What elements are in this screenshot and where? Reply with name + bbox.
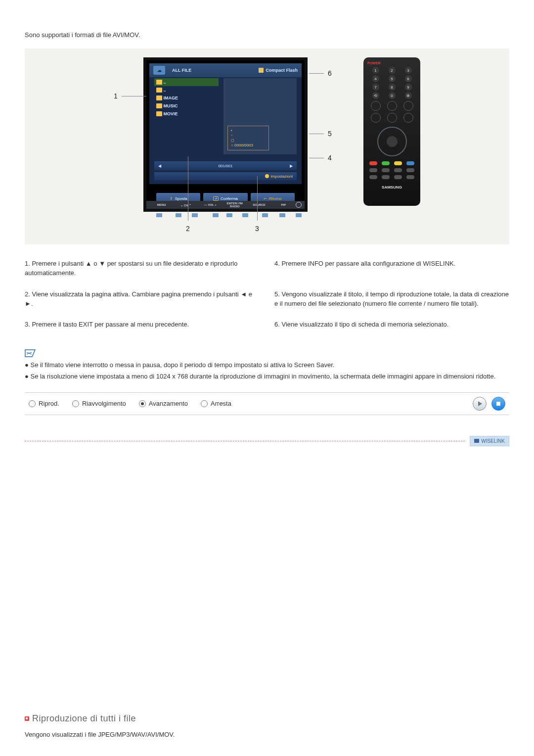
section-body: Vengono visualizzati i file JPEG/MP3/WAV… <box>25 731 509 738</box>
callout-5: 5 <box>309 130 332 138</box>
sidebar-row: MOVIE <box>154 110 219 118</box>
folder-icon <box>156 111 162 116</box>
base-source: SOURCE <box>247 203 271 206</box>
file-counter: 0000/0003 <box>234 143 253 147</box>
callout-tick <box>279 213 285 217</box>
base-menu: MENU <box>149 203 174 206</box>
section-title: Riproduzione di tutti i file <box>25 713 509 724</box>
note-1: ● Se il filmato viene interrotto o messa… <box>25 361 509 370</box>
radio-riavvolgimento[interactable]: Riavvolgimento <box>72 400 126 407</box>
callout-1: 1 <box>114 92 146 100</box>
callout-tick <box>192 213 198 217</box>
desc-1: 1. Premere i pulsanti ▲ o ▼ per spostars… <box>25 259 260 278</box>
radio-riprod[interactable]: Riprod. <box>29 400 59 407</box>
btn-label: Conferma <box>221 196 238 201</box>
wiselink-label: WISELINK <box>481 438 505 444</box>
info-icon <box>265 174 269 178</box>
callout-number: 6 <box>328 69 332 77</box>
remote-dpad <box>377 127 407 156</box>
desc-5: 5. Vengono visualizzate il titolo, il te… <box>274 290 509 309</box>
callout-3: 3 <box>255 225 259 233</box>
callout-2: 2 <box>186 225 190 233</box>
callout-number: 1 <box>114 92 118 100</box>
info-strip: impostazioni <box>154 172 297 180</box>
header-allfile: ALL FILE <box>169 68 259 73</box>
folder-icon <box>156 88 162 93</box>
page-strip: ◀ 001/001 ▶ <box>154 161 297 170</box>
callout-number: 4 <box>328 154 332 162</box>
sidebar-row: .. <box>154 86 219 94</box>
playback-radio-strip: Riprod. Riavvolgimento Avanzamento Arres… <box>25 392 509 415</box>
description-grid: 1. Premere i pulsanti ▲ o ▼ per spostars… <box>25 259 509 330</box>
radio-label: Riprod. <box>39 400 59 407</box>
card-icon <box>259 68 264 73</box>
callout-tick <box>262 213 268 217</box>
page-number: 001/001 <box>219 164 233 168</box>
radio-label: Avanzamento <box>149 400 188 407</box>
remote-control: POWER 123 456 789 ⟲0⊕ SAMSUNG <box>363 57 420 206</box>
section-bullet-icon <box>25 716 29 721</box>
sidebar-label: MOVIE <box>164 111 178 116</box>
callout-tick <box>176 213 181 217</box>
base-enter: ENTER/ FM RADIO <box>222 202 247 208</box>
tv-screen: ☁ ALL FILE Compact Flash .. .. IMAGE MUS… <box>143 57 308 212</box>
callout-6: 6 <box>309 69 332 77</box>
callout-tick <box>226 213 232 217</box>
compact-flash-label: Compact Flash <box>266 68 298 73</box>
intro-text: Sono supportati i formati di file AVI/MO… <box>25 31 509 39</box>
sidebar-label: .. <box>164 88 166 93</box>
power-icon <box>296 202 302 208</box>
sidebar-label: .. <box>164 80 166 85</box>
stop-icon <box>496 402 500 406</box>
callout-tick <box>156 213 162 217</box>
callout-tick <box>242 213 248 217</box>
folder-icon <box>156 103 162 108</box>
desc-4: 4. Premere INFO per passare alla configu… <box>274 259 509 278</box>
folder-icon <box>156 80 162 85</box>
base-ch: ⌄ CH ⌃ <box>174 203 198 207</box>
header-compactflash: Compact Flash <box>259 68 298 73</box>
base-pip: PIP <box>271 203 296 206</box>
info-label: impostazioni <box>271 174 293 179</box>
remote-power-label: POWER <box>367 61 416 65</box>
wiselink-badge: WISELINK <box>470 436 509 446</box>
btn-label: Sposta <box>175 196 187 201</box>
notes-block: ● Se il filmato viene interrotto o messa… <box>25 349 509 381</box>
note-2: ● Se la risoluzione viene impostata a me… <box>25 372 509 381</box>
folder-icon <box>156 95 162 100</box>
radio-avanzamento[interactable]: Avanzamento <box>139 400 188 407</box>
section-separator: WISELINK <box>25 436 509 446</box>
stop-button[interactable] <box>491 397 505 411</box>
radio-label: Arresta <box>211 400 231 407</box>
remote-brand: SAMSUNG <box>367 185 416 189</box>
sidebar-row: MUSIC <box>154 102 219 110</box>
play-button[interactable] <box>473 397 487 411</box>
wiselink-logo-icon: ☁ <box>153 66 165 75</box>
base-vol: — VOL + <box>198 203 222 206</box>
desc-3: 3. Premere il tasto EXIT per passare al … <box>25 320 260 330</box>
desc-2: 2. Viene visualizzata la pagina attiva. … <box>25 290 260 309</box>
radio-label: Riavvolgimento <box>82 400 126 407</box>
callout-line-2 <box>188 156 188 221</box>
sidebar-label: IMAGE <box>164 95 178 100</box>
radio-arresta[interactable]: Arresta <box>201 400 231 407</box>
sidebar-label: MUSIC <box>164 103 178 108</box>
callout-tick <box>296 213 302 217</box>
sidebar-panel: .. .. IMAGE MUSIC MOVIE <box>154 78 219 118</box>
callout-line-3 <box>257 176 258 221</box>
callout-number: 5 <box>328 130 332 138</box>
wiselink-badge-icon <box>474 439 479 443</box>
note-icon <box>25 349 36 357</box>
sidebar-row: IMAGE <box>154 94 219 102</box>
callout-4: 4 <box>309 154 332 162</box>
desc-6: 6. Viene visualizzato il tipo di scheda … <box>274 320 509 330</box>
btn-label: Ritorno <box>269 196 282 201</box>
sidebar-row: .. <box>154 78 219 86</box>
callout-tick <box>213 213 219 217</box>
diagram-container: ☁ ALL FILE Compact Flash .. .. IMAGE MUS… <box>25 48 509 244</box>
file-panel: ▪ ▫ ◻ ○ 0000/0003 <box>223 78 297 154</box>
file-info-box: ▪ ▫ ◻ ○ 0000/0003 <box>227 126 269 150</box>
